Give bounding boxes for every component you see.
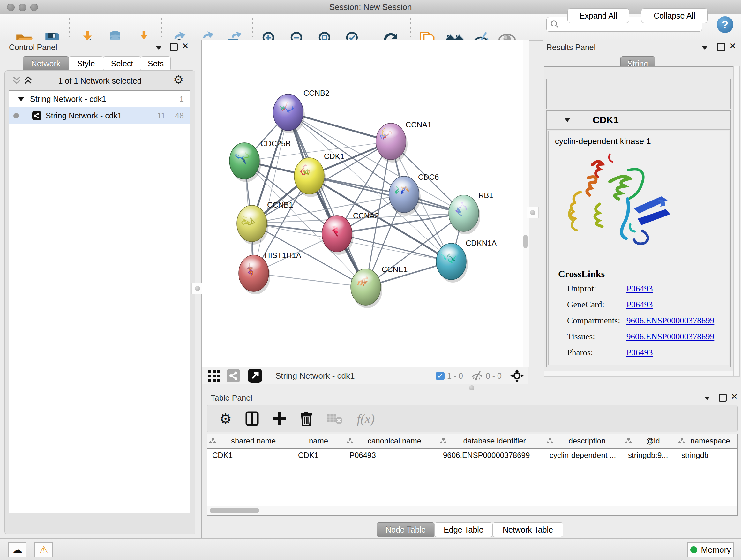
canvas-vertical-scrollbar[interactable] <box>523 40 529 367</box>
detach-view-icon[interactable] <box>248 369 262 383</box>
network-node-CDC6[interactable] <box>389 176 421 215</box>
collapse-all-button[interactable]: Collapse All <box>641 8 708 23</box>
node-label-CCNE1: CCNE1 <box>382 265 408 273</box>
memory-label: Memory <box>701 545 731 555</box>
table-scrollbar-thumb[interactable] <box>210 508 259 513</box>
table-panel-menu-icon[interactable] <box>704 396 710 400</box>
warnings-button[interactable]: ⚠ <box>35 542 53 557</box>
table-panel-float-icon[interactable] <box>719 394 727 401</box>
network-edge[interactable] <box>254 112 288 273</box>
expand-all-button[interactable]: Expand All <box>567 8 629 23</box>
network-collection-row[interactable]: String Network - cdk1 1 <box>9 91 190 107</box>
tab-sets[interactable]: Sets <box>141 56 171 71</box>
results-vertical-scrollbar[interactable] <box>733 66 740 377</box>
tab-select[interactable]: Select <box>103 56 141 71</box>
tab-style[interactable]: Style <box>69 56 104 71</box>
network-node-CCNE1[interactable] <box>351 269 382 308</box>
titlebar: Session: New Session <box>0 0 741 14</box>
table-horizontal-scrollbar[interactable] <box>207 506 737 515</box>
cloud-status-button[interactable]: ☁ <box>8 542 26 557</box>
table-settings-gear-icon[interactable]: ⚙ <box>219 411 232 427</box>
network-canvas[interactable]: CCNB2CCNA1CDC25BCDK1CDC6RB1CCNB1CCNA2CDK… <box>202 40 523 367</box>
results-buttons-box <box>546 78 731 109</box>
right-splitter-handle[interactable] <box>527 207 539 219</box>
control-panel-float-icon[interactable] <box>170 43 178 51</box>
crosslink-link[interactable]: 9606.ENSP00000378699 <box>626 316 714 326</box>
hierarchy-icon <box>625 438 632 444</box>
add-column-icon[interactable] <box>273 412 286 426</box>
network-node-CDC25B[interactable] <box>229 143 261 182</box>
warning-icon: ⚠ <box>39 544 49 556</box>
delete-column-trash-icon[interactable] <box>300 411 313 426</box>
network-birdseye-icon[interactable] <box>226 369 240 382</box>
column-header-name[interactable]: name <box>293 434 344 448</box>
crosslink-label: Compartments: <box>567 316 620 326</box>
show-columns-icon[interactable] <box>245 411 259 426</box>
crosslink-link[interactable]: P06493 <box>626 348 653 358</box>
table-row[interactable]: CDK1CDK1P064939606.ENSP00000378699cyclin… <box>207 449 738 462</box>
status-bar: ☁ ⚠ Memory <box>0 538 741 560</box>
control-panel-close-icon[interactable]: ✕ <box>182 43 189 49</box>
column-header-description[interactable]: description <box>544 434 623 448</box>
gene-section-header[interactable]: CDK1 <box>547 111 731 130</box>
column-header-database-identifier[interactable]: database identifier <box>438 434 544 448</box>
network-node-HIST1H1A[interactable] <box>239 255 270 294</box>
results-panel-float-icon[interactable] <box>717 43 725 51</box>
memory-button[interactable]: Memory <box>687 542 734 557</box>
help-button[interactable]: ? <box>717 16 733 33</box>
column-header-namespace[interactable]: namespace <box>676 434 738 448</box>
network-icon <box>32 111 41 120</box>
crosslink-row: Compartments: 9606.ENSP00000378699 <box>549 316 727 332</box>
crosslink-link[interactable]: P06493 <box>626 300 653 310</box>
column-header--id[interactable]: @id <box>623 434 676 448</box>
tab-network-table[interactable]: Network Table <box>492 522 563 537</box>
separator <box>467 369 467 383</box>
network-node-CCNA2[interactable] <box>322 215 354 255</box>
hierarchy-icon <box>678 438 685 444</box>
crosslink-link[interactable]: P06493 <box>626 284 653 294</box>
network-edge[interactable] <box>254 273 366 287</box>
column-header-canonical-name[interactable]: canonical name <box>344 434 438 448</box>
tab-node-table[interactable]: Node Table <box>377 522 434 537</box>
crosslink-link[interactable]: 9606.ENSP00000378699 <box>626 332 714 341</box>
grid-view-icon[interactable] <box>207 369 221 382</box>
column-header-shared-name[interactable]: shared name <box>207 434 293 448</box>
control-panel-title: Control Panel <box>9 43 57 52</box>
expander-icon[interactable] <box>18 97 24 101</box>
network-node-RB1[interactable] <box>449 195 480 234</box>
splitter-dot <box>195 286 200 291</box>
tab-edge-table[interactable]: Edge Table <box>434 522 493 537</box>
splitter-dot <box>469 385 474 390</box>
network-node-CCNB2[interactable] <box>273 94 305 133</box>
network-node-CDK1[interactable] <box>294 158 326 197</box>
network-edge-count: 48 <box>175 111 184 120</box>
network-node-count: 11 <box>157 111 165 120</box>
results-panel-close-icon[interactable]: ✕ <box>729 43 736 49</box>
network-node-CCNA1[interactable] <box>376 123 408 163</box>
fit-content-crosshair-icon[interactable] <box>510 369 524 383</box>
canvas-scrollbar-thumb[interactable] <box>523 235 528 248</box>
network-edge[interactable] <box>288 112 366 287</box>
horizontal-splitter[interactable] <box>202 384 741 391</box>
control-panel-menu-icon[interactable] <box>156 46 161 50</box>
selected-checkbox-icon[interactable]: ✓ <box>436 372 445 380</box>
function-builder-icon[interactable]: f(x) <box>357 411 375 426</box>
tab-network[interactable]: Network <box>23 56 69 71</box>
delete-table-icon[interactable] <box>326 412 343 425</box>
network-row[interactable]: String Network - cdk1 11 48 <box>9 107 190 124</box>
network-node-CCNB1[interactable] <box>237 205 268 245</box>
network-options-gear-icon[interactable]: ⚙ <box>173 73 184 86</box>
results-panel-menu-icon[interactable] <box>702 46 708 50</box>
table-cell: stringdb:9... <box>623 449 676 462</box>
table-toolbar: ⚙ f(x) <box>207 405 738 432</box>
hidden-counts: 0 - 0 <box>486 371 502 381</box>
results-horizontal-scrollbar[interactable] <box>544 371 733 377</box>
table-panel-close-icon[interactable]: ✕ <box>731 393 738 400</box>
node-label-CDC6: CDC6 <box>418 173 439 181</box>
crosslink-label: Pharos: <box>567 348 593 358</box>
gene-expander-icon[interactable] <box>564 118 570 122</box>
node-label-CCNA2: CCNA2 <box>353 211 379 220</box>
table-cell: 9606.ENSP00000378699 <box>438 449 544 462</box>
network-node-CDKN1A[interactable] <box>436 243 468 283</box>
memory-status-dot-icon <box>690 546 697 553</box>
